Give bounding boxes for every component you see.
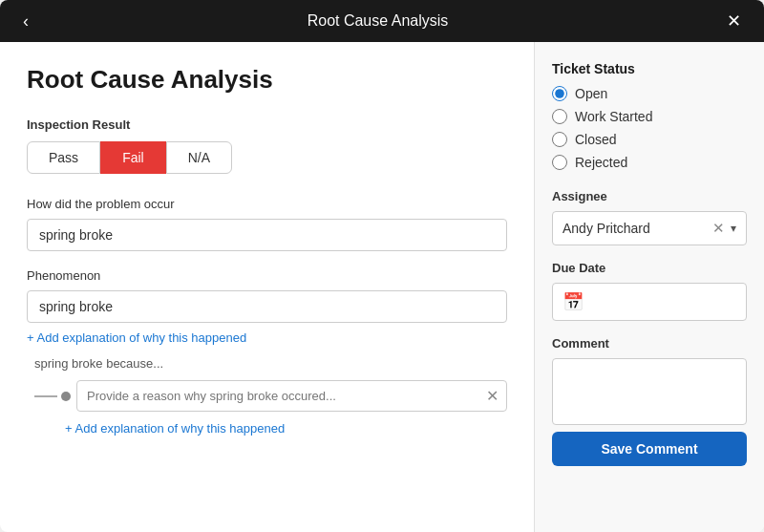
add-explanation-1[interactable]: + Add explanation of why this happened [27,330,246,345]
modal-root: ‹ Root Cause Analysis ✕ Root Cause Analy… [0,0,764,532]
add-explanation-2[interactable]: + Add explanation of why this happened [34,421,285,436]
modal-header: ‹ Root Cause Analysis ✕ [0,0,764,42]
assignee-clear-button[interactable]: ✕ [712,220,725,237]
status-closed-radio[interactable] [552,132,567,147]
arrow-indent [34,392,71,401]
status-open-label: Open [575,86,607,101]
because-input[interactable] [77,381,478,411]
status-rejected[interactable]: Rejected [552,155,747,170]
assignee-label: Assignee [552,189,747,203]
inspection-result-section: Inspection Result Pass Fail N/A [27,117,507,174]
pass-button[interactable]: Pass [27,141,100,174]
comment-label: Comment [552,336,747,351]
problem-section: How did the problem occur [27,197,507,251]
problem-input[interactable] [27,219,507,251]
because-input-wrapper: ✕ [76,380,507,412]
ticket-status-radio-group: Open Work Started Closed Rejected [552,86,747,170]
inspection-btn-group: Pass Fail N/A [27,141,507,174]
status-open[interactable]: Open [552,86,747,101]
status-open-radio[interactable] [552,86,567,101]
because-block: spring broke because... ✕ + Add explanat… [27,356,507,436]
fail-button[interactable]: Fail [100,141,166,174]
status-work-started-label: Work Started [575,109,652,124]
assignee-section: Assignee Andy Pritchard ✕ ▾ [552,189,747,245]
due-date-section: Due Date 📅 [552,261,747,321]
save-comment-button[interactable]: Save Comment [552,432,747,466]
status-work-started-radio[interactable] [552,109,567,124]
calendar-icon: 📅 [562,291,584,312]
problem-label: How did the problem occur [27,197,507,211]
arrow-dot [61,392,71,401]
because-label: spring broke because... [34,356,507,371]
back-button[interactable]: ‹ [15,9,36,33]
modal-body: Root Cause Analysis Inspection Result Pa… [0,42,764,532]
because-close-button[interactable]: ✕ [478,389,506,404]
status-closed[interactable]: Closed [552,132,747,147]
left-panel: Root Cause Analysis Inspection Result Pa… [0,42,535,532]
na-button[interactable]: N/A [166,141,232,174]
modal-title: Root Cause Analysis [36,12,719,30]
phenomenon-section: Phenomenon + Add explanation of why this… [27,268,507,436]
comment-section: Comment Save Comment [552,336,747,466]
due-date-input[interactable]: 📅 [552,283,747,321]
phenomenon-label: Phenomenon [27,268,507,283]
status-work-started[interactable]: Work Started [552,109,747,124]
page-title: Root Cause Analysis [27,65,507,95]
because-input-row: ✕ [34,380,507,412]
due-date-label: Due Date [552,261,747,275]
ticket-status-section: Ticket Status Open Work Started Closed [552,61,747,174]
status-rejected-label: Rejected [575,155,627,170]
status-closed-label: Closed [575,132,617,147]
assignee-controls: ✕ ▾ [712,220,736,237]
comment-textarea[interactable] [552,358,747,425]
assignee-value: Andy Pritchard [562,221,650,236]
ticket-status-title: Ticket Status [552,61,747,76]
arrow-line [34,395,57,397]
status-rejected-radio[interactable] [552,155,567,170]
assignee-select[interactable]: Andy Pritchard ✕ ▾ [552,211,747,245]
right-panel: Ticket Status Open Work Started Closed [535,42,764,532]
phenomenon-input[interactable] [27,290,507,323]
close-button[interactable]: ✕ [719,9,749,33]
inspection-result-label: Inspection Result [27,117,507,132]
chevron-down-icon: ▾ [731,222,736,235]
